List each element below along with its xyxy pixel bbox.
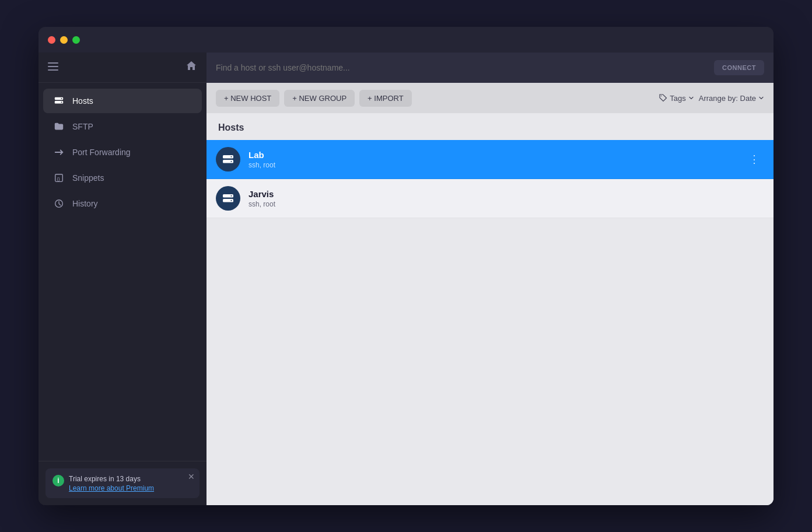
host-name-lab: Lab [249, 150, 744, 160]
host-avatar-jarvis [216, 186, 240, 211]
sidebar: Hosts SFTP [38, 52, 206, 505]
sidebar-item-history[interactable]: History [43, 191, 202, 216]
sidebar-sftp-label: SFTP [72, 122, 192, 131]
hosts-section-title: Hosts [206, 113, 774, 140]
home-icon[interactable] [186, 60, 197, 75]
sidebar-item-hosts[interactable]: Hosts [43, 89, 202, 113]
host-more-button-lab[interactable]: ⋮ [744, 150, 764, 168]
svg-line-11 [190, 204, 192, 206]
new-group-button[interactable]: + NEW GROUP [284, 90, 355, 107]
close-trial-icon[interactable]: ✕ [188, 472, 195, 481]
svg-rect-2 [48, 69, 58, 71]
main-layout: Hosts SFTP [38, 52, 774, 505]
svg-point-20 [231, 200, 232, 201]
sidebar-hosts-label: Hosts [72, 96, 192, 106]
svg-point-16 [231, 161, 232, 162]
titlebar [38, 27, 774, 52]
server-icon [52, 94, 65, 107]
sidebar-history-label: History [72, 199, 177, 208]
search-input[interactable] [216, 63, 707, 72]
sidebar-nav: Hosts SFTP [38, 83, 206, 461]
port-forwarding-icon [52, 146, 65, 159]
minimize-button[interactable] [60, 36, 68, 44]
connect-button[interactable]: CONNECT [714, 60, 764, 75]
svg-point-6 [61, 102, 62, 103]
host-meta-lab: ssh, root [249, 161, 744, 169]
action-bar: + NEW HOST + NEW GROUP + IMPORT Tags Arr… [206, 83, 774, 113]
trial-expiry: Trial expires in 13 days [69, 474, 192, 484]
new-host-button[interactable]: + NEW HOST [216, 90, 279, 107]
arrange-label: Arrange by: Date [699, 94, 756, 103]
host-item-jarvis[interactable]: Jarvis ssh, root [206, 179, 774, 218]
svg-rect-0 [48, 62, 58, 64]
folder-icon [52, 120, 65, 133]
tags-label: Tags [670, 94, 685, 103]
svg-point-10 [186, 200, 191, 205]
hosts-list-area: Hosts Lab ssh, root [206, 113, 774, 505]
content-area: CONNECT + NEW HOST + NEW GROUP + IMPORT … [206, 52, 774, 505]
history-icon [52, 197, 65, 210]
host-info-lab: Lab ssh, root [249, 150, 744, 169]
server-avatar-icon-jarvis [222, 192, 235, 205]
arrange-chevron-icon [758, 95, 764, 101]
sidebar-item-port-forwarding[interactable]: Port Forwarding [43, 140, 202, 164]
sidebar-snippets-label: Snippets [72, 173, 192, 183]
svg-rect-1 [48, 66, 58, 67]
close-button[interactable] [48, 36, 55, 44]
sidebar-port-label: Port Forwarding [72, 148, 192, 157]
sidebar-item-sftp[interactable]: SFTP [43, 114, 202, 139]
sidebar-item-snippets[interactable]: {} Snippets [43, 166, 202, 190]
snippets-icon: {} [52, 172, 65, 184]
chevron-down-icon [688, 95, 694, 101]
tag-icon [659, 94, 667, 102]
svg-point-5 [61, 98, 62, 99]
menu-icon[interactable] [48, 61, 58, 74]
search-toolbar: CONNECT [206, 52, 774, 83]
traffic-lights [48, 36, 80, 44]
host-item-lab[interactable]: Lab ssh, root ⋮ [206, 140, 774, 179]
host-name-jarvis: Jarvis [249, 189, 764, 199]
maximize-button[interactable] [72, 36, 80, 44]
info-icon: i [52, 475, 64, 487]
sidebar-footer: i Trial expires in 13 days Learn more ab… [38, 461, 206, 505]
app-window: Hosts SFTP [38, 27, 774, 505]
trial-link[interactable]: Learn more about Premium [69, 484, 192, 492]
import-button[interactable]: + IMPORT [359, 90, 412, 107]
trial-text: Trial expires in 13 days Learn more abou… [69, 474, 192, 492]
trial-banner: i Trial expires in 13 days Learn more ab… [46, 468, 200, 498]
host-avatar-lab [216, 147, 240, 172]
sidebar-header [38, 52, 206, 83]
svg-point-12 [661, 96, 662, 97]
svg-point-19 [231, 195, 232, 197]
svg-point-15 [231, 156, 232, 158]
host-info-jarvis: Jarvis ssh, root [249, 189, 764, 208]
tags-button[interactable]: Tags [659, 94, 694, 103]
svg-text:{}: {} [57, 176, 60, 181]
host-meta-jarvis: ssh, root [249, 200, 764, 208]
history-search-icon[interactable] [184, 198, 192, 209]
server-avatar-icon [222, 153, 235, 166]
arrange-button[interactable]: Arrange by: Date [699, 94, 764, 103]
